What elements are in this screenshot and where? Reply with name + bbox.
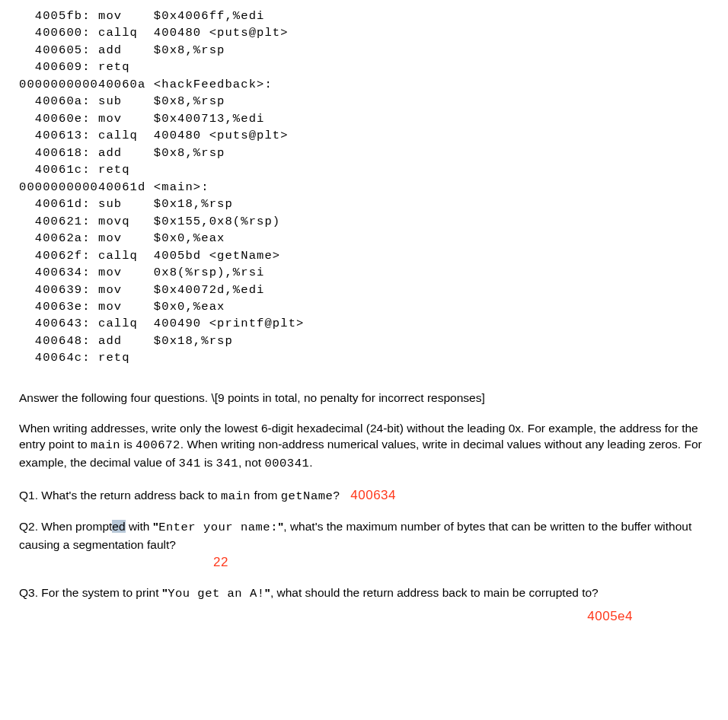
q1-label: Q1. What's the return address back to	[19, 489, 221, 502]
instr-seg: is	[201, 456, 216, 469]
q2-pre: Q2. When prompt	[19, 520, 112, 533]
q3-answer: 4005e4	[19, 607, 709, 626]
q3-quote-close: "	[265, 586, 270, 599]
mono-prompt: Enter your name:	[158, 521, 278, 534]
q1-mid: from	[251, 489, 281, 502]
instr-seg: is	[120, 438, 136, 451]
intro-text: Answer the following four questions. \[9…	[19, 390, 709, 406]
mono-341b: 341	[216, 457, 238, 470]
mono-main-q1: main	[221, 489, 251, 503]
q2-post: with	[126, 520, 153, 533]
mono-msg: You get an A!	[168, 587, 264, 601]
assembly-listing: 4005fb: mov $0x4006ff,%edi 400600: callq…	[19, 8, 709, 367]
mono-getname: getName	[281, 489, 334, 503]
instr-seg: , not	[238, 456, 264, 469]
mono-000341: 000341	[264, 457, 309, 470]
q2-highlight: ed	[112, 520, 125, 533]
mono-main: main	[91, 438, 120, 452]
q2-answer: 22	[213, 555, 228, 569]
question-1: Q1. What's the return address back to ma…	[19, 486, 709, 505]
q3-pre: Q3. For the system to print	[19, 586, 162, 599]
q1-end: ?	[333, 489, 340, 502]
mono-341: 341	[178, 457, 200, 470]
question-3: Q3. For the system to print "You get an …	[19, 585, 709, 625]
q3-rest: , what should the return address back to…	[270, 586, 599, 599]
instructions-text: When writing addresses, write only the l…	[19, 420, 709, 473]
q1-answer: 400634	[350, 488, 396, 502]
question-2: Q2. When prompted with "Enter your name:…	[19, 518, 709, 571]
mono-addr-example: 400672	[136, 438, 180, 452]
instr-seg: .	[309, 456, 312, 469]
